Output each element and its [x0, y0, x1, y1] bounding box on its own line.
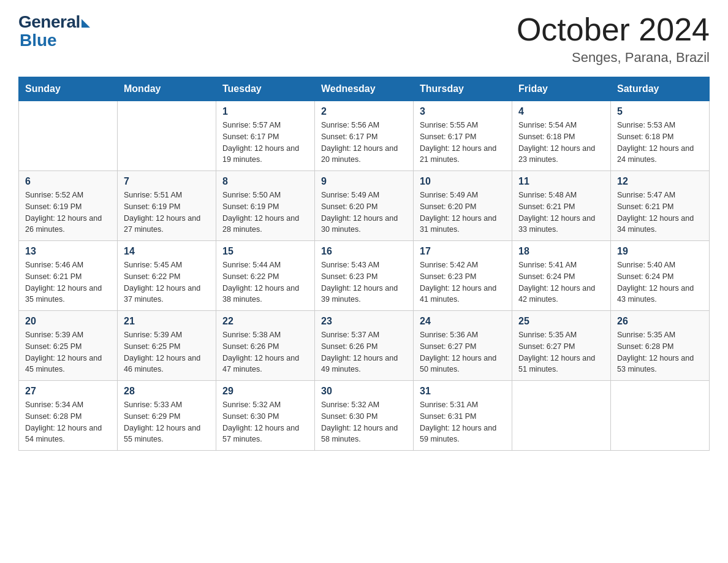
day-sun-info: Sunrise: 5:33 AMSunset: 6:29 PMDaylight:…	[124, 399, 210, 445]
day-sun-info: Sunrise: 5:54 AMSunset: 6:18 PMDaylight:…	[518, 120, 604, 166]
calendar-week-row: 1Sunrise: 5:57 AMSunset: 6:17 PMDaylight…	[19, 101, 710, 171]
day-sun-info: Sunrise: 5:51 AMSunset: 6:19 PMDaylight:…	[124, 190, 210, 236]
day-number: 4	[518, 106, 604, 117]
day-number: 17	[420, 246, 506, 257]
day-sun-info: Sunrise: 5:42 AMSunset: 6:23 PMDaylight:…	[420, 259, 506, 305]
day-number: 2	[321, 106, 407, 117]
day-sun-info: Sunrise: 5:44 AMSunset: 6:22 PMDaylight:…	[222, 259, 308, 305]
day-number: 30	[321, 386, 407, 397]
day-sun-info: Sunrise: 5:37 AMSunset: 6:26 PMDaylight:…	[321, 329, 407, 375]
day-number: 14	[124, 246, 210, 257]
calendar-cell: 1Sunrise: 5:57 AMSunset: 6:17 PMDaylight…	[216, 101, 315, 171]
day-number: 21	[124, 316, 210, 327]
day-number: 3	[420, 106, 506, 117]
calendar-cell: 11Sunrise: 5:48 AMSunset: 6:21 PMDayligh…	[512, 171, 611, 241]
day-number: 10	[420, 176, 506, 187]
calendar-cell: 21Sunrise: 5:39 AMSunset: 6:25 PMDayligh…	[118, 311, 216, 381]
calendar-cell: 7Sunrise: 5:51 AMSunset: 6:19 PMDaylight…	[118, 171, 216, 241]
column-header-monday: Monday	[118, 77, 216, 101]
calendar-cell: 18Sunrise: 5:41 AMSunset: 6:24 PMDayligh…	[512, 241, 611, 311]
day-sun-info: Sunrise: 5:45 AMSunset: 6:22 PMDaylight:…	[124, 259, 210, 305]
day-sun-info: Sunrise: 5:43 AMSunset: 6:23 PMDaylight:…	[321, 259, 407, 305]
calendar-week-row: 20Sunrise: 5:39 AMSunset: 6:25 PMDayligh…	[19, 311, 710, 381]
day-number: 26	[617, 316, 703, 327]
logo-arrow-icon	[82, 19, 90, 28]
calendar-cell: 25Sunrise: 5:35 AMSunset: 6:27 PMDayligh…	[512, 311, 611, 381]
calendar-cell: 6Sunrise: 5:52 AMSunset: 6:19 PMDaylight…	[19, 171, 118, 241]
day-sun-info: Sunrise: 5:48 AMSunset: 6:21 PMDaylight:…	[518, 190, 604, 236]
calendar-cell: 13Sunrise: 5:46 AMSunset: 6:21 PMDayligh…	[19, 241, 118, 311]
calendar-cell: 27Sunrise: 5:34 AMSunset: 6:28 PMDayligh…	[19, 381, 118, 451]
day-sun-info: Sunrise: 5:49 AMSunset: 6:20 PMDaylight:…	[420, 190, 506, 236]
day-number: 29	[222, 386, 308, 397]
calendar-table: SundayMondayTuesdayWednesdayThursdayFrid…	[18, 77, 710, 451]
calendar-cell: 14Sunrise: 5:45 AMSunset: 6:22 PMDayligh…	[118, 241, 216, 311]
calendar-cell: 2Sunrise: 5:56 AMSunset: 6:17 PMDaylight…	[315, 101, 414, 171]
day-number: 19	[617, 246, 703, 257]
calendar-cell	[512, 381, 611, 451]
day-number: 5	[617, 106, 703, 117]
calendar-cell: 12Sunrise: 5:47 AMSunset: 6:21 PMDayligh…	[611, 171, 710, 241]
calendar-week-row: 6Sunrise: 5:52 AMSunset: 6:19 PMDaylight…	[19, 171, 710, 241]
day-number: 16	[321, 246, 407, 257]
calendar-cell	[118, 101, 216, 171]
day-sun-info: Sunrise: 5:32 AMSunset: 6:30 PMDaylight:…	[222, 399, 308, 445]
day-number: 18	[518, 246, 604, 257]
day-sun-info: Sunrise: 5:39 AMSunset: 6:25 PMDaylight:…	[25, 329, 111, 375]
day-sun-info: Sunrise: 5:35 AMSunset: 6:28 PMDaylight:…	[617, 329, 703, 375]
day-sun-info: Sunrise: 5:53 AMSunset: 6:18 PMDaylight:…	[617, 120, 703, 166]
calendar-cell: 5Sunrise: 5:53 AMSunset: 6:18 PMDaylight…	[611, 101, 710, 171]
column-header-wednesday: Wednesday	[315, 77, 414, 101]
calendar-cell	[611, 381, 710, 451]
calendar-cell: 16Sunrise: 5:43 AMSunset: 6:23 PMDayligh…	[315, 241, 414, 311]
page-header: General Blue October 2024 Senges, Parana…	[18, 12, 710, 66]
day-number: 15	[222, 246, 308, 257]
calendar-cell: 4Sunrise: 5:54 AMSunset: 6:18 PMDaylight…	[512, 101, 611, 171]
calendar-cell: 8Sunrise: 5:50 AMSunset: 6:19 PMDaylight…	[216, 171, 315, 241]
location-title: Senges, Parana, Brazil	[517, 50, 710, 66]
day-number: 9	[321, 176, 407, 187]
day-sun-info: Sunrise: 5:31 AMSunset: 6:31 PMDaylight:…	[420, 399, 506, 445]
calendar-cell: 23Sunrise: 5:37 AMSunset: 6:26 PMDayligh…	[315, 311, 414, 381]
day-number: 1	[222, 106, 308, 117]
column-header-thursday: Thursday	[414, 77, 512, 101]
day-sun-info: Sunrise: 5:56 AMSunset: 6:17 PMDaylight:…	[321, 120, 407, 166]
day-number: 6	[25, 176, 111, 187]
day-number: 7	[124, 176, 210, 187]
day-sun-info: Sunrise: 5:49 AMSunset: 6:20 PMDaylight:…	[321, 190, 407, 236]
logo-general-text: General	[18, 12, 80, 32]
day-number: 24	[420, 316, 506, 327]
column-header-friday: Friday	[512, 77, 611, 101]
day-number: 23	[321, 316, 407, 327]
calendar-cell: 9Sunrise: 5:49 AMSunset: 6:20 PMDaylight…	[315, 171, 414, 241]
calendar-cell: 24Sunrise: 5:36 AMSunset: 6:27 PMDayligh…	[414, 311, 512, 381]
day-number: 12	[617, 176, 703, 187]
title-block: October 2024 Senges, Parana, Brazil	[517, 12, 710, 66]
logo: General Blue	[18, 12, 90, 50]
day-sun-info: Sunrise: 5:36 AMSunset: 6:27 PMDaylight:…	[420, 329, 506, 375]
day-number: 31	[420, 386, 506, 397]
day-number: 20	[25, 316, 111, 327]
day-sun-info: Sunrise: 5:57 AMSunset: 6:17 PMDaylight:…	[222, 120, 308, 166]
logo-blue-text: Blue	[20, 31, 57, 50]
column-header-saturday: Saturday	[611, 77, 710, 101]
day-sun-info: Sunrise: 5:47 AMSunset: 6:21 PMDaylight:…	[617, 190, 703, 236]
day-number: 11	[518, 176, 604, 187]
calendar-cell: 26Sunrise: 5:35 AMSunset: 6:28 PMDayligh…	[611, 311, 710, 381]
day-sun-info: Sunrise: 5:34 AMSunset: 6:28 PMDaylight:…	[25, 399, 111, 445]
calendar-cell: 31Sunrise: 5:31 AMSunset: 6:31 PMDayligh…	[414, 381, 512, 451]
day-sun-info: Sunrise: 5:35 AMSunset: 6:27 PMDaylight:…	[518, 329, 604, 375]
day-sun-info: Sunrise: 5:46 AMSunset: 6:21 PMDaylight:…	[25, 259, 111, 305]
day-sun-info: Sunrise: 5:32 AMSunset: 6:30 PMDaylight:…	[321, 399, 407, 445]
calendar-header-row: SundayMondayTuesdayWednesdayThursdayFrid…	[19, 77, 710, 101]
day-number: 13	[25, 246, 111, 257]
calendar-cell: 28Sunrise: 5:33 AMSunset: 6:29 PMDayligh…	[118, 381, 216, 451]
day-number: 22	[222, 316, 308, 327]
column-header-tuesday: Tuesday	[216, 77, 315, 101]
calendar-cell: 22Sunrise: 5:38 AMSunset: 6:26 PMDayligh…	[216, 311, 315, 381]
day-sun-info: Sunrise: 5:38 AMSunset: 6:26 PMDaylight:…	[222, 329, 308, 375]
calendar-cell: 10Sunrise: 5:49 AMSunset: 6:20 PMDayligh…	[414, 171, 512, 241]
calendar-cell	[19, 101, 118, 171]
calendar-week-row: 13Sunrise: 5:46 AMSunset: 6:21 PMDayligh…	[19, 241, 710, 311]
calendar-week-row: 27Sunrise: 5:34 AMSunset: 6:28 PMDayligh…	[19, 381, 710, 451]
